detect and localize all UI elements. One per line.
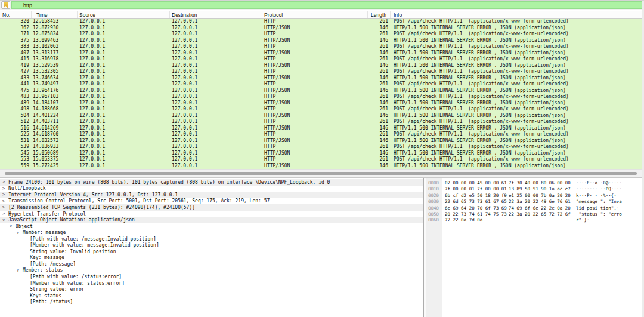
cell-protocol: HTTP: [262, 56, 368, 63]
packet-row[interactable]: 51614.614269127.0.0.1127.0.0.1HTTP/JSON1…: [0, 125, 644, 132]
cell-time: 14.401224: [32, 113, 78, 119]
cell-protocol: HTTP: [262, 69, 368, 75]
packet-row[interactable]: 48313.967103127.0.0.1127.0.0.1HTTP261POS…: [0, 94, 644, 100]
cell-time: 14.188668: [32, 106, 78, 113]
expand-expanded-icon[interactable]: ∨: [10, 224, 16, 229]
tree-item[interactable]: Key: status: [0, 293, 423, 299]
tree-item[interactable]: >Hypertext Transfer Protocol: [0, 211, 423, 217]
tree-item[interactable]: [Member with value: status:error]: [0, 280, 423, 287]
packet-row[interactable]: 51214.403711127.0.0.1127.0.0.1HTTP261POS…: [0, 119, 644, 125]
hex-row[interactable]: 000002 00 00 00 45 00 00 617f 30 40 00 8…: [426, 180, 644, 186]
tree-item[interactable]: >Internet Protocol Version 4, Src: 127.0…: [0, 192, 423, 198]
cell-no: 525: [0, 131, 32, 138]
packet-row[interactable]: 53114.832572127.0.0.1127.0.0.1HTTP/JSON1…: [0, 138, 644, 144]
tree-item-label: [2 Reassembled TCP Segments (231 bytes):…: [8, 205, 195, 210]
tree-item[interactable]: ∨Member: message: [0, 229, 423, 236]
tree-item-label: [Path: /message]: [30, 261, 76, 267]
tree-item[interactable]: ∨Object: [0, 223, 423, 230]
expand-collapsed-icon[interactable]: >: [2, 211, 8, 216]
packet-row[interactable]: 48914.184107127.0.0.1127.0.0.1HTTP/JSON1…: [0, 100, 644, 107]
cell-time: 13.746634: [32, 75, 78, 82]
tree-item[interactable]: >Transmission Control Protocol, Src Port…: [0, 198, 423, 205]
expand-collapsed-icon[interactable]: >: [2, 205, 8, 210]
packet-row[interactable]: 44113.749497127.0.0.1127.0.0.1HTTP261POS…: [0, 81, 644, 88]
cell-no: 545: [0, 150, 32, 157]
cell-info: HTTP/1.1 500 INTERNAL SERVER ERROR , JSO…: [391, 100, 644, 107]
tree-item[interactable]: ∨Member: status: [0, 267, 423, 274]
tree-item[interactable]: >Null/Loopback: [0, 186, 423, 192]
packet-row[interactable]: 55915.272425127.0.0.1127.0.0.1HTTP/JSON1…: [0, 163, 644, 170]
tree-item[interactable]: >Frame 24100: 101 bytes on wire (808 bit…: [0, 179, 423, 186]
packet-row[interactable]: 53914.836933127.0.0.1127.0.0.1HTTP261POS…: [0, 144, 644, 150]
cell-destination: 127.0.0.1: [170, 25, 262, 32]
cell-info: HTTP/1.1 500 INTERNAL SERVER ERROR , JSO…: [391, 113, 644, 119]
packet-row[interactable]: 41913.529539127.0.0.1127.0.0.1HTTP/JSON1…: [0, 63, 644, 69]
hex-ascii: r"·}·: [576, 217, 590, 223]
column-header-time[interactable]: Time: [32, 11, 78, 18]
cell-no: 531: [0, 138, 32, 144]
packet-row[interactable]: 55315.053375127.0.0.1127.0.0.1HTTP261POS…: [0, 156, 644, 163]
hex-offset: 0000: [428, 180, 439, 186]
hex-row[interactable]: 00406c 69 64 20 70 6f 73 6974 69 6f 6e 2…: [426, 205, 644, 211]
column-header-info[interactable]: Info: [391, 11, 644, 18]
tree-item[interactable]: [Path: /status]: [0, 298, 423, 305]
packet-row[interactable]: 50414.401224127.0.0.1127.0.0.1HTTP/JSON1…: [0, 113, 644, 119]
cell-source: 127.0.0.1: [78, 75, 170, 82]
tree-item[interactable]: >[2 Reassembled TCP Segments (231 bytes)…: [0, 204, 423, 211]
tree-item-label: Hypertext Transfer Protocol: [8, 211, 86, 217]
packet-row[interactable]: 43313.746634127.0.0.1127.0.0.1HTTP/JSON1…: [0, 75, 644, 82]
tree-item-label: JavaScript Object Notation: application/…: [8, 217, 135, 223]
expand-expanded-icon[interactable]: ∨: [2, 218, 8, 223]
packet-row[interactable]: 47513.964176127.0.0.1127.0.0.1HTTP/JSON1…: [0, 88, 644, 94]
cell-destination: 127.0.0.1: [170, 19, 262, 25]
hex-row[interactable]: 00107f 00 00 01 7f 00 00 0113 89 50 51 9…: [426, 186, 644, 192]
column-header-no[interactable]: No.: [0, 11, 32, 18]
expand-expanded-icon[interactable]: ∨: [17, 230, 23, 235]
packet-row[interactable]: 52514.618760127.0.0.1127.0.0.1HTTP261POS…: [0, 131, 644, 138]
expand-collapsed-icon[interactable]: >: [2, 186, 8, 191]
packet-row[interactable]: 36212.872930127.0.0.1127.0.0.1HTTP/JSON1…: [0, 25, 644, 32]
hex-row[interactable]: 005020 22 73 74 61 74 75 7322 3a 20 22 6…: [426, 211, 644, 217]
tree-item[interactable]: [Path: /message]: [0, 261, 423, 267]
cell-protocol: HTTP/JSON: [262, 125, 368, 132]
packet-row[interactable]: 40713.313177127.0.0.1127.0.0.1HTTP/JSON1…: [0, 50, 644, 57]
horizontal-scrollbar[interactable]: [0, 169, 644, 177]
column-header-destination[interactable]: Destination: [170, 11, 262, 18]
tree-item[interactable]: ∨JavaScript Object Notation: application…: [0, 217, 423, 223]
packet-row[interactable]: 37112.875824127.0.0.1127.0.0.1HTTP261POS…: [0, 31, 644, 38]
cell-length: 146: [368, 100, 391, 107]
packet-row[interactable]: 38313.102062127.0.0.1127.0.0.1HTTP261POS…: [0, 44, 644, 50]
column-header-source[interactable]: Source: [78, 11, 170, 18]
horizontal-scrollbar-thumb[interactable]: [5, 172, 637, 175]
cell-source: 127.0.0.1: [78, 69, 170, 75]
packet-row[interactable]: 54515.050689127.0.0.1127.0.0.1HTTP/JSON1…: [0, 150, 644, 157]
tree-item[interactable]: [Member with value: message:Invalid posi…: [0, 242, 423, 248]
packet-row[interactable]: 42713.532305127.0.0.1127.0.0.1HTTP261POS…: [0, 69, 644, 75]
cell-protocol: HTTP: [262, 44, 368, 50]
filter-bookmark-button[interactable]: [1, 1, 10, 9]
expand-collapsed-icon[interactable]: >: [2, 199, 8, 204]
packet-row[interactable]: 37513.099463127.0.0.1127.0.0.1HTTP/JSON1…: [0, 38, 644, 44]
tree-item[interactable]: String value: error: [0, 286, 423, 293]
tree-item[interactable]: String value: Invalid position: [0, 248, 423, 255]
expand-collapsed-icon[interactable]: >: [2, 180, 8, 184]
hex-row[interactable]: 00206b cf d2 e5 50 18 20 f9e1 25 00 00 7…: [426, 193, 644, 199]
expand-collapsed-icon[interactable]: >: [2, 192, 8, 197]
tree-item[interactable]: Key: message: [0, 255, 423, 261]
cell-destination: 127.0.0.1: [170, 44, 262, 50]
packet-row[interactable]: 41513.316978127.0.0.1127.0.0.1HTTP261POS…: [0, 56, 644, 63]
column-header-length[interactable]: Length: [368, 11, 391, 18]
hex-row[interactable]: 003022 6d 65 73 73 61 67 6522 3a 20 22 4…: [426, 199, 644, 205]
display-filter-input[interactable]: [11, 1, 642, 9]
expand-expanded-icon[interactable]: ∨: [17, 268, 23, 273]
tree-item[interactable]: [Path with value: /message:Invalid posit…: [0, 236, 423, 242]
hex-row[interactable]: 006072 22 0a 7d 0ar"·}·: [426, 217, 644, 223]
packet-row[interactable]: 49814.188668127.0.0.1127.0.0.1HTTP261POS…: [0, 106, 644, 113]
cell-destination: 127.0.0.1: [170, 63, 262, 69]
cell-length: 146: [368, 50, 391, 57]
packet-list: 32012.658453127.0.0.1127.0.0.1HTTP261POS…: [0, 19, 644, 169]
hex-bytes-right: 22 3a 20 22 49 6e 76 61: [509, 199, 571, 205]
column-header-protocol[interactable]: Protocol: [262, 11, 368, 18]
packet-row[interactable]: 32012.658453127.0.0.1127.0.0.1HTTP261POS…: [0, 19, 644, 25]
tree-item[interactable]: [Path with value: /status:error]: [0, 273, 423, 280]
